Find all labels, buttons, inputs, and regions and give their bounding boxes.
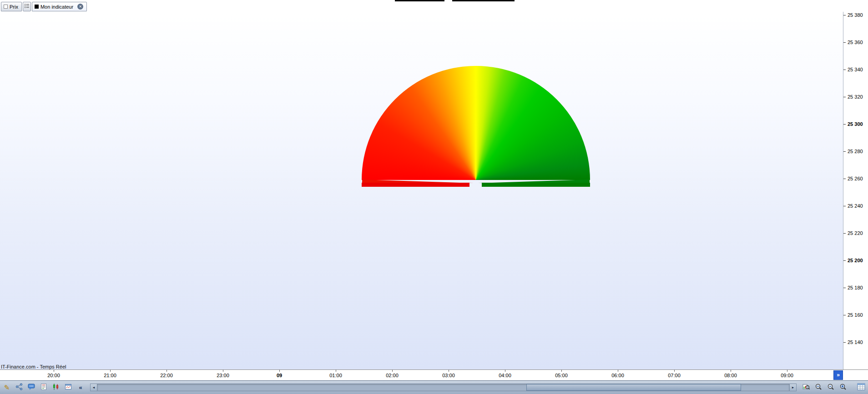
price-tick [843,15,846,15]
price-tick [843,342,846,343]
share-icon [15,383,23,392]
collapse-toolbar-button[interactable]: « [75,382,86,393]
time-axis-label: 06:00 [590,371,646,378]
window-chrome-fragment [452,0,515,1]
time-axis-label: 09 [251,371,308,378]
tab-prix[interactable]: Prix [1,2,22,11]
price-axis-labels: 25 380 25 360 25 340 25 320 25 300 25 28… [843,12,868,345]
chart-area[interactable]: IT-Finance.com - Temps Réel [0,12,843,369]
price-axis-label: 25 240 [843,203,868,209]
list-icon [24,3,30,10]
price-tick [843,288,846,288]
chat-button[interactable] [26,382,37,393]
tab-bar: Prix Mon indicateur ✕ [0,0,868,12]
gauge-right-bar [482,183,590,187]
price-axis-label: 25 340 [843,66,868,73]
candlestick-chart-button[interactable] [50,382,61,393]
price-axis-label: 25 320 [843,94,868,100]
price-axis-label: 25 360 [843,39,868,45]
price-axis-label: 25 260 [843,175,868,182]
time-axis-label: 22:00 [138,371,195,378]
price-axis-label: 25 300 [843,121,868,127]
gauge-indicator [362,66,590,189]
news-page-icon [40,383,47,392]
chart-zoom-icon [802,383,810,392]
tab-prix-label: Prix [10,4,18,10]
scroll-left-button[interactable]: ◄ [90,384,97,391]
zoom-out-icon [827,383,834,392]
scroll-right-button[interactable]: ► [789,384,797,391]
scrollbar-track[interactable] [97,384,789,391]
price-series-swatch-icon [4,5,8,9]
price-tick [843,260,846,261]
price-tick [843,70,846,70]
tab-mon-indicateur-label: Mon indicateur [40,4,73,10]
price-tick [843,42,846,43]
chart-zoom-button[interactable] [801,382,812,393]
close-tab-icon[interactable]: ✕ [77,4,83,10]
news-button[interactable] [38,382,49,393]
share-button[interactable] [14,382,25,393]
price-tick [843,151,846,152]
indicator-series-swatch-icon [35,5,39,9]
data-grid-icon [857,383,865,392]
indicator-list-button[interactable] [23,2,31,11]
time-axis-label: 04:00 [477,371,533,378]
chat-icon [28,383,35,392]
time-axis-label: 09:00 [759,371,815,378]
scroll-right-icon: ► [792,386,795,389]
time-axis-label: 03:00 [420,371,477,378]
time-axis-label: 05:00 [533,371,590,378]
time-axis-label: 02:00 [364,371,420,378]
scrollbar-thumb[interactable] [526,384,741,391]
price-axis-label: 25 140 [843,339,868,345]
chart-scrollbar[interactable]: ◄ ► [90,384,797,391]
time-axis[interactable]: 20:00 21:00 22:00 23:00 09 01:00 02:00 0… [0,369,868,380]
line-chart-button[interactable] [63,382,74,393]
price-tick [843,124,846,125]
scroll-left-icon: ◄ [92,386,96,389]
price-tick [843,179,846,179]
draw-tool-button[interactable]: ✎ [1,382,12,393]
price-axis[interactable]: 25 380 25 360 25 340 25 320 25 300 25 28… [843,12,868,369]
time-axis-label: 01:00 [308,371,364,378]
time-axis-labels: 20:00 21:00 22:00 23:00 09 01:00 02:00 0… [25,371,815,378]
candlestick-chart-icon [52,383,60,392]
zoom-in-icon [839,383,847,392]
price-axis-label: 25 380 [843,12,868,18]
time-axis-label: 07:00 [646,371,702,378]
collapse-chevrons-icon: « [79,384,82,390]
expand-axis-button[interactable]: » [833,370,843,380]
zoom-in-button[interactable] [838,382,848,393]
line-chart-icon [65,383,72,392]
price-tick [843,206,846,206]
data-grid-button[interactable] [856,382,867,393]
fit-scale-button[interactable] [813,382,824,393]
gauge-semicircle [362,66,590,180]
fit-scale-magnifier-icon [815,383,822,392]
bottom-toolbar: ✎ [0,380,868,394]
price-tick [843,233,846,234]
time-axis-label: 08:00 [702,371,759,378]
time-axis-label: 23:00 [195,371,251,378]
price-tick [843,315,846,315]
zoom-out-button[interactable] [825,382,836,393]
price-axis-label: 25 200 [843,257,868,264]
time-axis-label: 21:00 [82,371,138,378]
price-axis-label: 25 220 [843,230,868,236]
pencil-icon: ✎ [4,384,10,391]
trading-chart-window: Prix Mon indicateur ✕ [0,0,868,394]
gauge-left-bar [362,183,469,187]
watermark: IT-Finance.com - Temps Réel [1,364,66,369]
window-chrome-fragment [395,0,444,1]
price-axis-label: 25 180 [843,284,868,291]
tab-mon-indicateur[interactable]: Mon indicateur ✕ [32,2,87,11]
time-axis-label: 20:00 [25,371,82,378]
price-axis-label: 25 280 [843,148,868,155]
price-axis-label: 25 160 [843,312,868,318]
price-tick [843,97,846,97]
tabs-row: Prix Mon indicateur ✕ [1,2,87,11]
